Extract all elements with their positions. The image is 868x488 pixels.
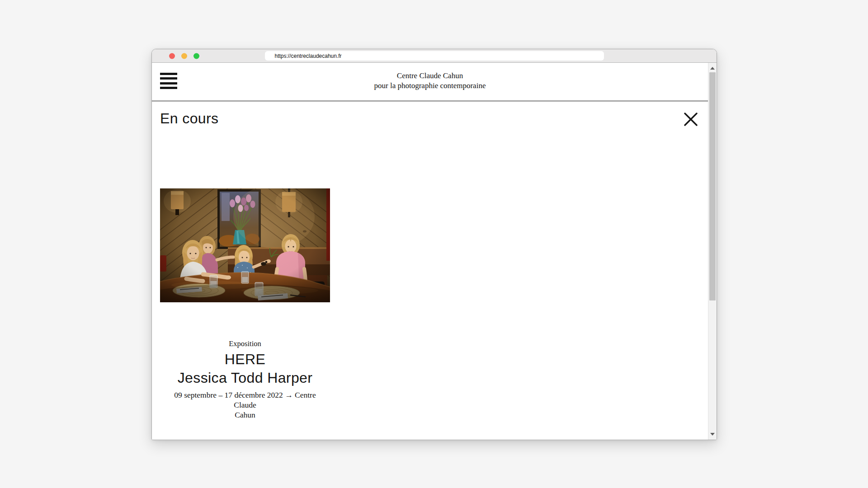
overlay-header: En cours (160, 110, 699, 127)
site-title-line2: pour la photographie contemporaine (152, 81, 708, 91)
exhibition-category: Exposition (160, 339, 330, 348)
scroll-up-icon[interactable] (710, 67, 715, 70)
exhibition-photo[interactable] (160, 188, 330, 302)
main: En cours (152, 110, 708, 420)
url-text: https://centreclaudecahun.fr (275, 53, 342, 59)
scrollbar-thumb[interactable] (709, 72, 716, 300)
scroll-down-icon[interactable] (710, 433, 715, 436)
minimize-window-button[interactable] (181, 53, 187, 59)
close-icon[interactable] (683, 111, 699, 127)
window-controls (169, 53, 199, 59)
exhibition-card[interactable]: Exposition HERE Jessica Todd Harper 09 s… (160, 188, 330, 420)
page-inner: Centre Claude Cahun pour la photographie… (152, 63, 708, 440)
browser-chrome: https://centreclaudecahun.fr (152, 49, 717, 63)
scrollbar[interactable] (708, 63, 717, 440)
exhibition-caption: Exposition HERE Jessica Todd Harper 09 s… (160, 339, 330, 420)
close-window-button[interactable] (169, 53, 175, 59)
site-header: Centre Claude Cahun pour la photographie… (152, 63, 708, 101)
page-content: Centre Claude Cahun pour la photographie… (152, 63, 717, 440)
zoom-window-button[interactable] (193, 53, 199, 59)
page-title: En cours (160, 110, 218, 127)
exhibition-title: HERE (160, 350, 330, 369)
site-title[interactable]: Centre Claude Cahun pour la photographie… (152, 71, 708, 91)
exhibition-artist: Jessica Todd Harper (160, 369, 330, 387)
browser-window: https://centreclaudecahun.fr Centre Clau… (151, 49, 717, 440)
address-bar[interactable]: https://centreclaudecahun.fr (265, 51, 604, 61)
exhibition-dates: 09 septembre – 17 décembre 2022 → Centre… (164, 390, 326, 420)
close-icon-glyph (683, 111, 699, 127)
site-title-line1: Centre Claude Cahun (152, 71, 708, 81)
